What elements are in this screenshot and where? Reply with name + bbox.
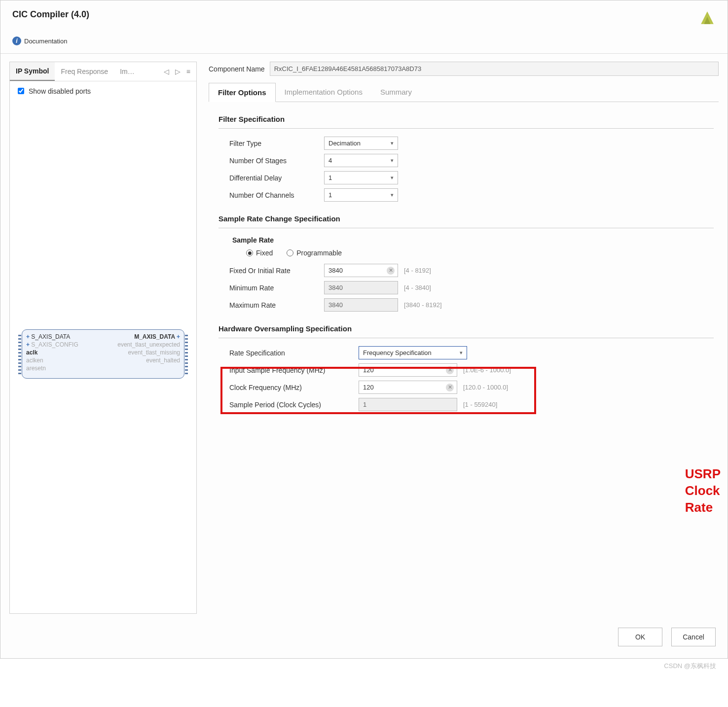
fixed-rate-range: [4 - 8192] (404, 267, 431, 274)
show-disabled-ports-input[interactable] (18, 88, 24, 94)
sample-rate-subheading: Sample Rate (232, 236, 714, 244)
tab-ip-symbol[interactable]: IP Symbol (10, 62, 55, 81)
num-channels-select[interactable]: 1▾ (324, 188, 398, 202)
num-stages-select[interactable]: 4▾ (324, 154, 398, 167)
chevron-down-icon: ▾ (391, 192, 394, 198)
clear-icon[interactable]: ✕ (446, 384, 454, 391)
cancel-button[interactable]: Cancel (671, 628, 716, 646)
fixed-rate-field[interactable]: 3840 ✕ (324, 264, 398, 277)
clock-freq-field[interactable]: 120 ✕ (359, 381, 457, 394)
hw-oversampling-heading: Hardware Oversampling Specification (218, 324, 714, 333)
annotation-usrp-clock-rate: USRP Clock Rate (685, 466, 721, 516)
tab-menu-icon[interactable]: ≡ (184, 67, 192, 76)
vendor-logo (699, 9, 716, 30)
sample-rate-fixed-radio[interactable]: Fixed (246, 249, 273, 257)
chevron-down-icon: ▾ (391, 175, 394, 181)
input-sample-freq-range: [1.0E-6 - 1000.0] (463, 366, 511, 374)
sample-rate-programmable-radio[interactable]: Programmable (287, 249, 342, 257)
radio-dot-icon (246, 249, 253, 256)
component-name-field[interactable] (270, 62, 719, 76)
chevron-down-icon: ▾ (391, 157, 394, 164)
watermark: CSDN @东枫科技 (0, 659, 728, 675)
show-disabled-ports-checkbox[interactable]: Show disabled ports (16, 86, 190, 96)
tab-next-icon[interactable]: ▷ (173, 67, 182, 76)
sample-period-label: Sample Period (Clock Cycles) (229, 401, 353, 409)
diff-delay-label: Differential Delay (229, 174, 318, 182)
tab-prev-icon[interactable]: ◁ (162, 67, 171, 76)
rate-spec-label: Rate Specification (229, 349, 353, 357)
min-rate-range: [4 - 3840] (404, 284, 431, 291)
diff-delay-select[interactable]: 1▾ (324, 171, 398, 184)
sample-period-field: 1 (359, 398, 457, 411)
max-rate-field: 3840 (324, 298, 398, 312)
min-rate-field: 3840 (324, 281, 398, 294)
max-rate-label: Maximum Rate (229, 301, 318, 309)
clear-icon[interactable]: ✕ (446, 366, 454, 374)
filter-type-label: Filter Type (229, 140, 318, 147)
component-name-label: Component Name (209, 65, 265, 73)
rate-spec-select[interactable]: Frequency Specification▾ (359, 346, 467, 359)
tab-implementation-options[interactable]: Implementation Options (276, 83, 371, 102)
chevron-down-icon: ▾ (460, 350, 463, 356)
tab-summary[interactable]: Summary (371, 83, 421, 102)
clear-icon[interactable]: ✕ (387, 267, 395, 275)
num-stages-label: Number Of Stages (229, 157, 318, 165)
ip-symbol-panel: IP Symbol Freq Response Im… ◁ ▷ ≡ Show d… (9, 62, 197, 614)
rate-change-heading: Sample Rate Change Specification (218, 214, 714, 223)
filter-spec-heading: Filter Specification (218, 115, 714, 123)
tab-filter-options[interactable]: Filter Options (209, 83, 276, 102)
clock-freq-range: [120.0 - 1000.0] (463, 384, 508, 391)
clock-freq-label: Clock Frequency (MHz) (229, 384, 353, 391)
chevron-down-icon: ▾ (391, 140, 394, 146)
filter-type-select[interactable]: Decimation▾ (324, 137, 398, 150)
ip-block-diagram: + S_AXIS_DATA M_AXIS_DATA + + S_AXIS_CON… (22, 329, 184, 379)
fixed-rate-label: Fixed Or Initial Rate (229, 267, 318, 275)
input-sample-freq-field[interactable]: 120 ✕ (359, 363, 457, 377)
min-rate-label: Minimum Rate (229, 284, 318, 292)
ok-button[interactable]: OK (618, 628, 662, 646)
radio-dot-icon (287, 249, 293, 256)
num-channels-label: Number Of Channels (229, 191, 318, 199)
tab-overflow[interactable]: Im… (114, 63, 141, 80)
max-rate-range: [3840 - 8192] (404, 301, 442, 309)
sample-period-range: [1 - 559240] (463, 401, 497, 408)
tab-freq-response[interactable]: Freq Response (55, 63, 114, 80)
input-sample-freq-label: Input Sample Frequency (MHz) (229, 366, 353, 374)
documentation-link[interactable]: Documentation (24, 37, 67, 45)
show-disabled-ports-label: Show disabled ports (29, 87, 91, 95)
info-icon: i (12, 36, 21, 45)
app-title: CIC Compiler (4.0) (12, 9, 89, 20)
